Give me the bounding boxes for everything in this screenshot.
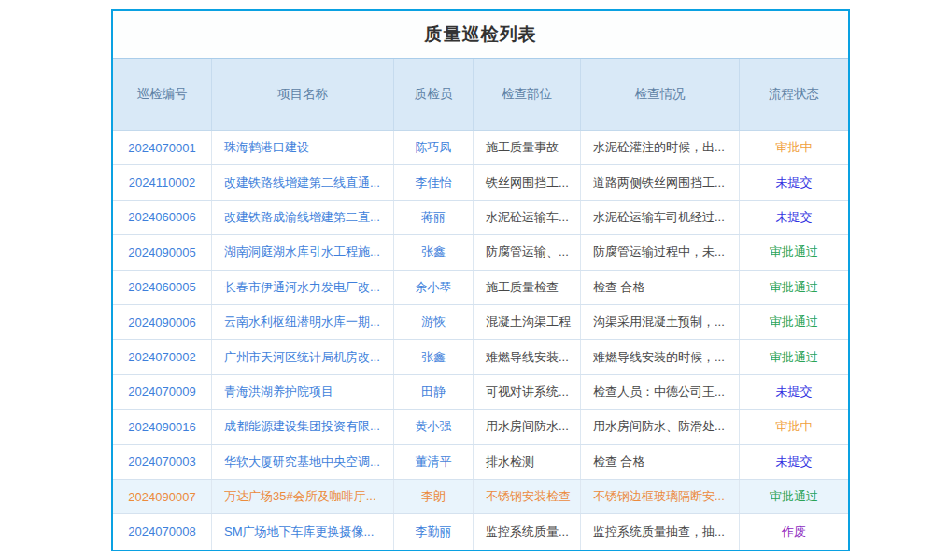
cell-inspection-id: 2024070001	[113, 131, 212, 164]
cell-check-result: 检查 合格	[581, 271, 740, 304]
cell-inspection-id: 2024070009	[113, 375, 212, 409]
table-row[interactable]: 2024090016 成都能源建设集团投资有限... 黄小强 用水房间防水...…	[113, 410, 848, 444]
cell-inspector: 黄小强	[394, 410, 474, 443]
title-bar: 质量巡检列表	[113, 11, 848, 58]
cell-check-result: 监控系统质量抽查，抽...	[581, 514, 740, 549]
table-row[interactable]: 2024090005 湖南洞庭湖水库引水工程施... 张鑫 防腐管运输、... …	[113, 235, 848, 270]
status-badge: 未提交	[740, 201, 848, 234]
cell-inspection-id: 2024090007	[113, 480, 212, 513]
cell-check-part: 难燃导线安装...	[474, 340, 581, 373]
cell-inspector: 蒋丽	[394, 201, 474, 234]
status-badge: 未提交	[740, 375, 848, 409]
cell-check-result: 检查 合格	[581, 445, 740, 479]
status-badge: 审批通过	[740, 305, 848, 339]
table-row[interactable]: 2024110002 改建铁路线增建第二线直通... 李佳怡 铁丝网围挡工...…	[113, 165, 848, 200]
cell-check-result: 水泥砼运输车司机经过...	[581, 201, 740, 234]
status-badge: 审批中	[740, 410, 848, 443]
cell-project-name: 珠海鹤港口建设	[212, 131, 394, 164]
cell-project-name: 湖南洞庭湖水库引水工程施...	[212, 235, 394, 269]
cell-inspector: 董清平	[394, 445, 474, 479]
cell-project-name: 成都能源建设集团投资有限...	[212, 410, 394, 443]
cell-check-part: 混凝土沟渠工程	[474, 305, 581, 339]
status-badge: 审批通过	[740, 480, 848, 513]
status-badge: 未提交	[740, 165, 848, 199]
column-header-inspection-id: 巡检编号	[113, 59, 212, 130]
cell-check-result: 检查人员：中德公司王...	[581, 375, 740, 409]
cell-check-part: 可视对讲系统...	[474, 375, 581, 409]
cell-check-result: 沟渠采用混凝土预制，...	[581, 305, 740, 339]
cell-check-part: 不锈钢安装检查	[474, 480, 581, 513]
column-header-check-result: 检查情况	[581, 59, 740, 130]
cell-inspector: 李佳怡	[394, 165, 474, 199]
cell-inspector: 李朗	[394, 480, 474, 513]
cell-inspection-id: 2024090016	[113, 410, 212, 443]
cell-inspector: 余小琴	[394, 271, 474, 304]
cell-inspection-id: 2024090006	[113, 305, 212, 339]
cell-project-name: 万达广场35#会所及咖啡厅...	[212, 480, 394, 513]
table-row[interactable]: 2024060006 改建铁路成渝线增建第二直... 蒋丽 水泥砼运输车... …	[113, 201, 848, 235]
cell-project-name: 云南水利枢纽潜明水库一期...	[212, 305, 394, 339]
cell-check-part: 防腐管运输、...	[474, 235, 581, 269]
table-header: 巡检编号 项目名称 质检员 检查部位 检查情况 流程状态	[113, 58, 848, 131]
cell-inspection-id: 2024090005	[113, 235, 212, 269]
cell-check-part: 水泥砼运输车...	[474, 201, 581, 234]
cell-inspector: 张鑫	[394, 235, 474, 269]
cell-inspection-id: 2024060006	[113, 201, 212, 234]
table-row[interactable]: 2024090006 云南水利枢纽潜明水库一期... 游恢 混凝土沟渠工程 沟渠…	[113, 305, 848, 340]
cell-check-part: 监控系统质量...	[474, 514, 581, 549]
table-row[interactable]: 2024070009 青海洪湖养护院项目 田静 可视对讲系统... 检查人员：中…	[113, 375, 848, 410]
table-body: 2024070001 珠海鹤港口建设 陈巧凤 施工质量事故 水泥砼灌注的时候，出…	[113, 131, 848, 550]
cell-project-name: 改建铁路线增建第二线直通...	[212, 165, 394, 199]
status-badge: 未提交	[740, 445, 848, 479]
table-row[interactable]: 2024090007 万达广场35#会所及咖啡厅... 李朗 不锈钢安装检查 不…	[113, 480, 848, 514]
cell-check-result: 不锈钢边框玻璃隔断安...	[581, 480, 740, 513]
cell-project-name: 广州市天河区统计局机房改...	[212, 340, 394, 373]
cell-inspector: 张鑫	[394, 340, 474, 373]
column-header-project-name: 项目名称	[212, 59, 394, 130]
cell-check-result: 防腐管运输过程中，未...	[581, 235, 740, 269]
page-title: 质量巡检列表	[425, 22, 537, 47]
cell-project-name: SM广场地下车库更换摄像...	[212, 514, 394, 549]
status-badge: 审批通过	[740, 271, 848, 304]
cell-inspector: 游恢	[394, 305, 474, 339]
column-header-inspector: 质检员	[394, 59, 474, 130]
column-header-check-part: 检查部位	[474, 59, 581, 130]
status-badge: 审批通过	[740, 235, 848, 269]
table-row[interactable]: 2024070003 华软大厦研究基地中央空调... 董清平 排水检测 检查 合…	[113, 445, 848, 480]
cell-inspection-id: 2024070003	[113, 445, 212, 479]
status-badge: 审批中	[740, 131, 848, 164]
cell-check-result: 道路两侧铁丝网围挡工...	[581, 165, 740, 199]
cell-check-part: 排水检测	[474, 445, 581, 479]
cell-project-name: 长春市伊通河水力发电厂改...	[212, 271, 394, 304]
column-header-process-status: 流程状态	[740, 59, 848, 130]
cell-check-part: 施工质量检查	[474, 271, 581, 304]
cell-project-name: 青海洪湖养护院项目	[212, 375, 394, 409]
cell-project-name: 华软大厦研究基地中央空调...	[212, 445, 394, 479]
table-row[interactable]: 2024070001 珠海鹤港口建设 陈巧凤 施工质量事故 水泥砼灌注的时候，出…	[113, 131, 848, 165]
table-row[interactable]: 2024060005 长春市伊通河水力发电厂改... 余小琴 施工质量检查 检查…	[113, 271, 848, 305]
cell-inspector: 李勤丽	[394, 514, 474, 549]
cell-inspection-id: 2024060005	[113, 271, 212, 304]
cell-inspection-id: 2024070008	[113, 514, 212, 549]
cell-inspector: 田静	[394, 375, 474, 409]
table-row[interactable]: 2024070008 SM广场地下车库更换摄像... 李勤丽 监控系统质量...…	[113, 514, 848, 549]
cell-check-part: 铁丝网围挡工...	[474, 165, 581, 199]
cell-check-result: 用水房间防水、防滑处...	[581, 410, 740, 443]
cell-inspection-id: 2024070002	[113, 340, 212, 373]
cell-check-part: 施工质量事故	[474, 131, 581, 164]
status-badge: 审批通过	[740, 340, 848, 373]
inspection-list-panel: 质量巡检列表 巡检编号 项目名称 质检员 检查部位 检查情况 流程状态 2024…	[111, 9, 850, 551]
cell-check-result: 水泥砼灌注的时候，出...	[581, 131, 740, 164]
status-badge: 作废	[740, 514, 848, 549]
table-row[interactable]: 2024070002 广州市天河区统计局机房改... 张鑫 难燃导线安装... …	[113, 340, 848, 374]
cell-project-name: 改建铁路成渝线增建第二直...	[212, 201, 394, 234]
cell-check-part: 用水房间防水...	[474, 410, 581, 443]
cell-inspection-id: 2024110002	[113, 165, 212, 199]
cell-inspector: 陈巧凤	[394, 131, 474, 164]
cell-check-result: 难燃导线安装的时候，...	[581, 340, 740, 373]
